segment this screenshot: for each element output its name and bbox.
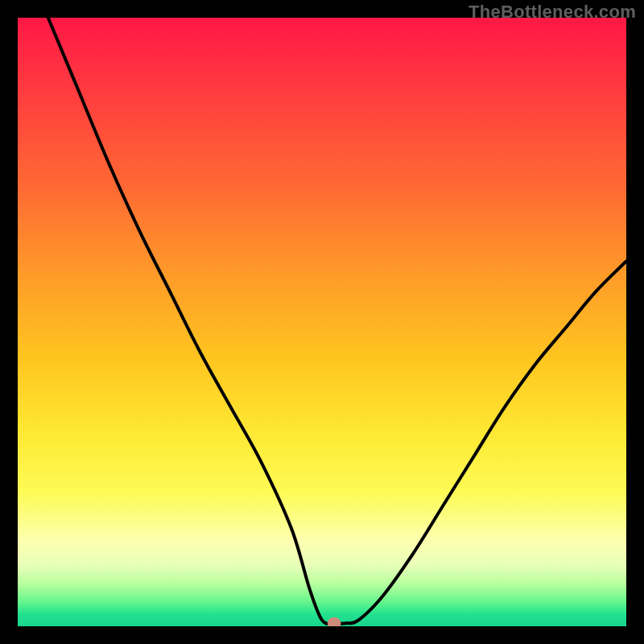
watermark-text: TheBottleneck.com — [469, 2, 636, 23]
curve-svg — [18, 18, 626, 626]
chart-frame: TheBottleneck.com — [0, 0, 644, 644]
plot-area — [18, 18, 626, 626]
bottleneck-curve — [48, 18, 626, 624]
marker-dot — [328, 617, 341, 626]
